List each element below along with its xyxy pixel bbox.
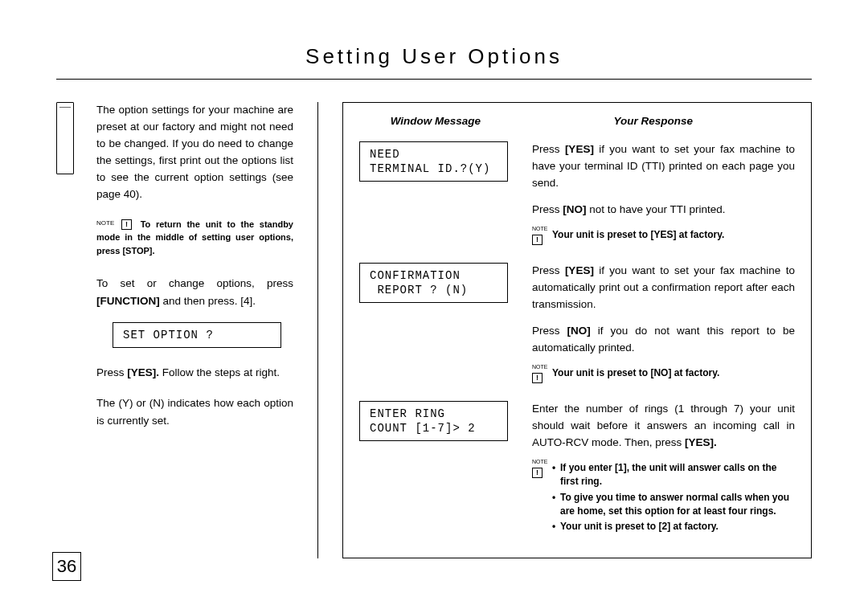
page-number: 36 xyxy=(52,552,81,581)
alert-icon: ! xyxy=(532,373,542,383)
alert-icon: ! xyxy=(121,219,132,230)
note-label: NOTE xyxy=(96,219,114,227)
response-text: Press [YES] if you want to set your fax … xyxy=(532,141,795,192)
header-your-response: Your Response xyxy=(512,115,795,127)
title-rule xyxy=(56,79,812,80)
option-row: CONFIRMATION REPORT ? (N) Press [YES] if… xyxy=(359,263,795,385)
intro-paragraph: The option settings for your machine are… xyxy=(96,102,293,203)
alert-icon: ! xyxy=(532,468,542,478)
option-row: ENTER RING COUNT [1-7]> 2 Enter the numb… xyxy=(359,401,795,539)
title-section: Setting User Options xyxy=(56,44,812,80)
preset-note: NOTE ! Your unit is preset to [NO] at fa… xyxy=(532,366,795,380)
page-title: Setting User Options xyxy=(56,44,812,69)
lcd-set-option: SET OPTION ? xyxy=(113,322,281,348)
instruction-2: Press [YES]. Follow the steps at right. xyxy=(96,364,293,382)
instruction-3: The (Y) or (N) indicates how each option… xyxy=(96,395,293,429)
note-bullets: If you enter [1], the unit will answer c… xyxy=(552,461,795,534)
column-divider xyxy=(317,102,318,558)
instruction-1: To set or change options, press [FUNCTIO… xyxy=(96,275,293,309)
preset-note: NOTE ! If you enter [1], the unit will a… xyxy=(532,461,795,534)
lcd-confirmation: CONFIRMATION REPORT ? (N) xyxy=(359,263,508,303)
lcd-ring-count: ENTER RING COUNT [1-7]> 2 xyxy=(359,401,508,441)
left-column: The option settings for your machine are… xyxy=(56,102,293,558)
preset-note: NOTE ! Your unit is preset to [YES] at f… xyxy=(532,228,795,242)
lcd-terminal-id: NEED TERMINAL ID.?(Y) xyxy=(359,141,508,182)
book-spine-icon xyxy=(56,102,74,174)
response-text: Press [NO] not to have your TTI printed. xyxy=(532,202,795,219)
header-window-message: Window Message xyxy=(359,115,512,127)
response-text: Press [YES] if you want to set your fax … xyxy=(532,263,795,313)
response-text: Press [NO] if you do not want this repor… xyxy=(532,323,795,357)
standby-note: NOTE ! To return the unit to the standby… xyxy=(96,218,293,258)
alert-icon: ! xyxy=(532,235,542,245)
right-column: Window Message Your Response NEED TERMIN… xyxy=(342,102,812,558)
table-header: Window Message Your Response xyxy=(359,115,795,127)
response-text: Enter the number of rings (1 through 7) … xyxy=(532,401,795,452)
option-row: NEED TERMINAL ID.?(Y) Press [YES] if you… xyxy=(359,141,795,247)
